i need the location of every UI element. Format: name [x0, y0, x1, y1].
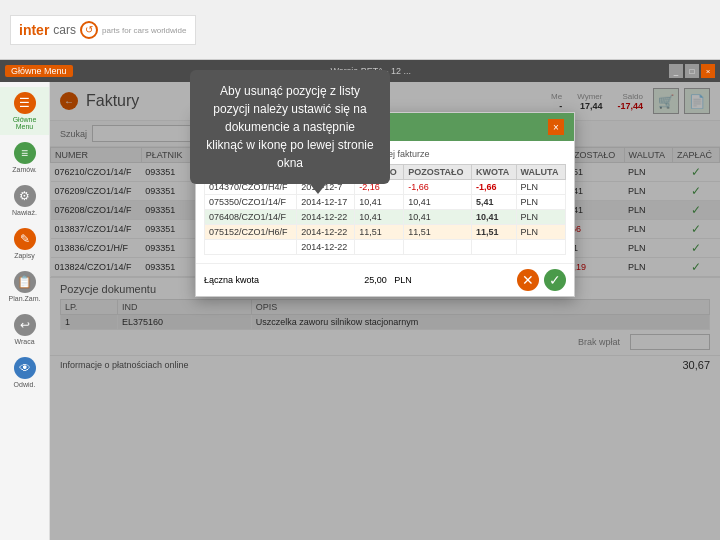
sidebar-label-glowne: Główne Menu	[3, 116, 46, 130]
logo-area: inter cars parts for cars worldwide	[10, 15, 196, 45]
view-icon: 👁	[14, 357, 36, 379]
logo-inter: inter	[19, 22, 49, 38]
sidebar-label-zamow: Zamów.	[12, 166, 37, 173]
modal-close-button[interactable]: ×	[548, 119, 564, 135]
modal-footer: Łączna kwota 25,00 PLN ✕ ✓	[196, 263, 574, 296]
list-item[interactable]: 075350/CZO1/14/F 2014-12-17 10,41 10,41 …	[205, 195, 566, 210]
sidebar-label-wraca: Wraca	[14, 338, 34, 345]
sidebar-label-zapisy: Zapisy	[14, 252, 35, 259]
list-item[interactable]: 076408/CZO1/14/F 2014-12-22 10,41 10,41 …	[205, 210, 566, 225]
main-menu-button[interactable]: Główne Menu	[5, 65, 73, 77]
sidebar-item-odwid[interactable]: 👁 Odwid.	[0, 352, 49, 393]
home-icon: ☰	[14, 92, 36, 114]
close-button[interactable]: ×	[701, 64, 715, 78]
modal-confirm-button[interactable]: ✓	[544, 269, 566, 291]
top-bar: inter cars parts for cars worldwide Aby …	[0, 0, 720, 60]
sidebar-label-odwid: Odwid.	[14, 381, 36, 388]
return-icon: ↩	[14, 314, 36, 336]
sidebar: ☰ Główne Menu ≡ Zamów. ⚙ Nawiaż. ✎ Zapis…	[0, 82, 50, 540]
tool-icon: ⚙	[14, 185, 36, 207]
sidebar-item-planzam[interactable]: 📋 Plan.Zam.	[0, 266, 49, 307]
save-icon: ✎	[14, 228, 36, 250]
logo-subtitle: parts for cars worldwide	[102, 26, 186, 35]
modal-col-waluta: WALUTA	[516, 165, 565, 180]
logo-box: inter cars parts for cars worldwide	[10, 15, 196, 45]
plan-icon: 📋	[14, 271, 36, 293]
sidebar-item-nawiaz[interactable]: ⚙ Nawiaż.	[0, 180, 49, 221]
modal-footer-value: 25,00 PLN	[364, 275, 412, 285]
sidebar-item-glowne[interactable]: ☰ Główne Menu	[0, 87, 49, 135]
sidebar-item-zapisy[interactable]: ✎ Zapisy	[0, 223, 49, 264]
list-item[interactable]: 2014-12-22	[205, 240, 566, 255]
modal-cancel-button[interactable]: ✕	[517, 269, 539, 291]
minimize-button[interactable]: _	[669, 64, 683, 78]
sidebar-label-nawiaz: Nawiaż.	[12, 209, 37, 216]
callout-tooltip: Aby usunąć pozycję z listy pozycji należ…	[190, 70, 390, 184]
modal-footer-label: Łączna kwota	[204, 275, 259, 285]
modal-table-body: 014370/CZO1/H4/F 2014-12-7 -2,16 -1,66 -…	[205, 180, 566, 255]
order-icon: ≡	[14, 142, 36, 164]
list-item[interactable]: 075152/CZO1/H6/F 2014-12-22 11,51 11,51 …	[205, 225, 566, 240]
menu-bar-left: Główne Menu	[5, 65, 73, 77]
logo-cars: cars	[53, 23, 76, 37]
sidebar-item-wraca[interactable]: ↩ Wraca	[0, 309, 49, 350]
window-controls: _ □ ×	[669, 64, 715, 78]
sidebar-label-planzam: Plan.Zam.	[9, 295, 41, 302]
modal-footer-buttons: ✕ ✓	[517, 269, 566, 291]
logo-icon	[80, 21, 98, 39]
modal-col-kwota: KWOTA	[471, 165, 516, 180]
modal-col-pozostalo: POZOSTAŁO	[404, 165, 472, 180]
maximize-button[interactable]: □	[685, 64, 699, 78]
sidebar-item-zamow[interactable]: ≡ Zamów.	[0, 137, 49, 178]
